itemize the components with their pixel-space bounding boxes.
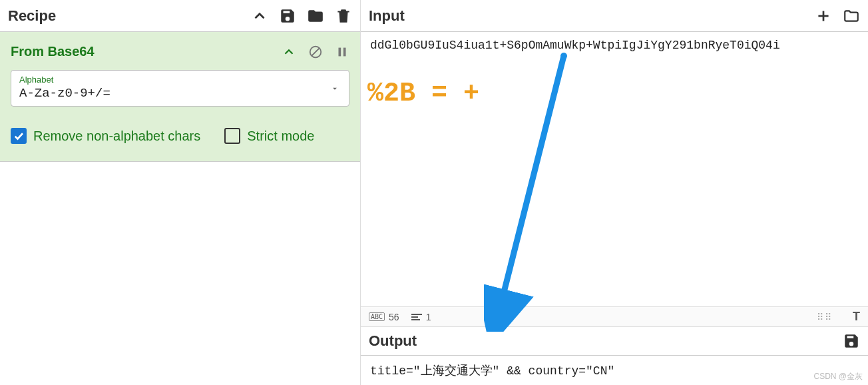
line-count: 1 — [426, 312, 431, 322]
save-output-icon[interactable] — [843, 332, 860, 350]
io-panel: Input ddGl0bGU9IuS4iua1t+S6pOmAmuWkp+Wtp… — [361, 0, 868, 385]
svg-rect-3 — [343, 47, 346, 56]
recipe-panel: Recipe From Base64 — [0, 0, 361, 385]
folder-icon[interactable] — [307, 7, 324, 25]
checkbox-checked-icon — [11, 128, 27, 144]
operation-block: From Base64 Alphabet A-Za-z0-9+/= — [0, 32, 360, 162]
stats-bar: ABC56 1 ⠿⠿ T — [361, 306, 868, 327]
save-icon[interactable] — [279, 7, 296, 25]
alphabet-value: A-Za-z0-9+/= — [19, 86, 341, 101]
input-header: Input — [361, 0, 868, 32]
watermark: CSDN @金灰 — [813, 371, 863, 382]
alphabet-label: Alphabet — [19, 75, 341, 85]
svg-line-6 — [497, 56, 564, 318]
add-tab-icon[interactable] — [815, 7, 832, 25]
stats-right-letter: T — [853, 310, 860, 324]
annotation-text: %2B = + — [367, 79, 479, 109]
trash-icon[interactable] — [335, 7, 352, 25]
output-title: Output — [369, 332, 417, 350]
remove-nonalpha-checkbox[interactable]: Remove non-alphabet chars — [11, 128, 200, 144]
annotation-arrow-icon — [484, 52, 577, 332]
svg-point-7 — [560, 53, 567, 59]
input-area[interactable]: ddGl0bGU9IuS4iua1t+S6pOmAmuWkp+WtpiIgJiY… — [361, 32, 868, 306]
dropdown-arrow-icon — [330, 84, 339, 93]
collapse-icon[interactable] — [251, 7, 268, 25]
abc-badge: ABC — [369, 312, 385, 321]
output-header: Output — [361, 327, 868, 356]
alphabet-select[interactable]: Alphabet A-Za-z0-9+/= — [11, 70, 349, 107]
svg-rect-2 — [339, 47, 341, 56]
input-content: ddGl0bGU9IuS4iua1t+S6pOmAmuWkp+WtpiIgJiY… — [370, 39, 780, 52]
remove-nonalpha-label: Remove non-alphabet chars — [33, 129, 200, 144]
svg-line-1 — [312, 48, 320, 55]
drag-handle-icon[interactable]: ⠿⠿ — [817, 312, 833, 322]
strict-mode-checkbox[interactable]: Strict mode — [224, 128, 314, 144]
strict-mode-label: Strict mode — [247, 129, 314, 144]
recipe-header: Recipe — [0, 0, 360, 32]
input-title: Input — [369, 7, 405, 25]
char-count: 56 — [389, 312, 399, 322]
collapse-op-icon[interactable] — [282, 45, 296, 59]
output-content: title="上海交通大学" && country="CN" — [370, 364, 614, 378]
output-area[interactable]: title="上海交通大学" && country="CN" — [361, 356, 868, 385]
operation-name: From Base64 — [11, 44, 95, 59]
checkbox-unchecked-icon — [224, 128, 240, 144]
lines-icon — [411, 313, 422, 321]
recipe-title: Recipe — [8, 7, 56, 25]
disable-icon[interactable] — [308, 45, 323, 59]
open-folder-icon[interactable] — [843, 7, 860, 25]
pause-icon[interactable] — [335, 45, 349, 59]
